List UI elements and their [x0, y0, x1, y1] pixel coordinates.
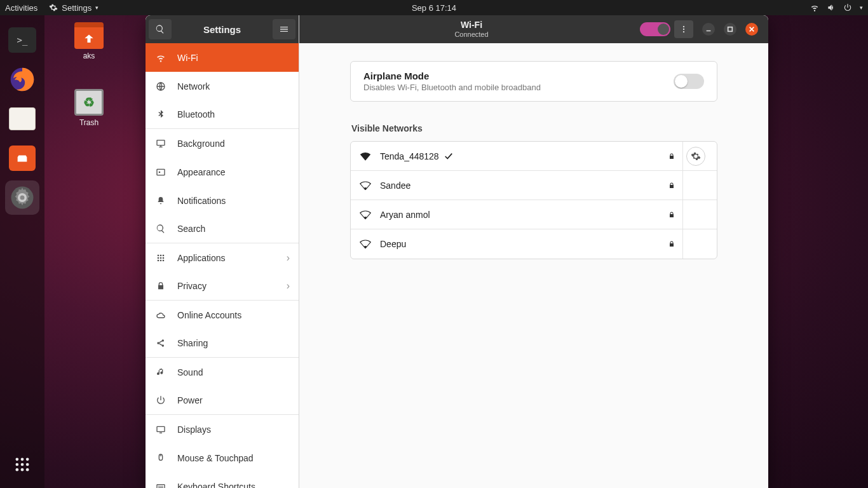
desktop-icon-label: aks	[67, 51, 111, 60]
header-menu-button[interactable]	[674, 20, 693, 38]
dock-software[interactable]	[5, 141, 39, 175]
dock-settings[interactable]	[5, 180, 39, 215]
desktop-folder-aks[interactable]: aks	[67, 22, 111, 60]
content-body: Airplane Mode Disables Wi-Fi, Bluetooth …	[299, 43, 768, 488]
terminal-icon: >_	[8, 27, 36, 53]
svg-point-31	[683, 29, 684, 30]
sidebar-item-mouse[interactable]: Mouse & Touchpad	[146, 444, 299, 472]
app-menu[interactable]: Settings ▾	[49, 3, 98, 13]
maximize-button[interactable]	[724, 23, 736, 36]
settings-sidebar: Settings Wi-Fi Network Bluetooth Backgro…	[146, 15, 299, 488]
bell-icon	[154, 194, 167, 207]
network-row[interactable]: Aryan anmol	[351, 200, 717, 229]
system-tray[interactable]: ▾	[810, 3, 863, 12]
lock-indicator	[661, 181, 682, 190]
sidebar-item-online-accounts[interactable]: Online Accounts	[146, 301, 299, 329]
network-name: Tenda_448128	[380, 151, 661, 161]
svg-point-22	[160, 259, 162, 261]
svg-point-16	[160, 254, 162, 256]
minimize-button[interactable]	[702, 23, 715, 36]
dock-terminal[interactable]: >_	[5, 23, 39, 57]
sidebar-item-background[interactable]: Background	[146, 129, 299, 158]
svg-point-20	[163, 257, 165, 259]
sidebar-item-network[interactable]: Network	[146, 72, 299, 100]
svg-point-7	[26, 463, 29, 466]
sidebar-item-label: Search	[177, 224, 205, 234]
mouse-icon	[154, 452, 167, 464]
sidebar-item-label: Network	[177, 81, 210, 92]
appearance-icon	[154, 166, 167, 179]
music-icon	[154, 366, 167, 379]
network-settings-cell	[682, 142, 708, 170]
dock-firefox[interactable]	[5, 62, 39, 97]
airplane-desc: Disables Wi-Fi, Bluetooth and mobile bro…	[363, 83, 674, 92]
network-name: Aryan anmol	[380, 210, 661, 220]
lock-indicator	[661, 240, 682, 248]
svg-point-17	[163, 254, 165, 256]
volume-icon	[827, 3, 836, 12]
sidebar-item-notifications[interactable]: Notifications	[146, 186, 299, 215]
wifi-master-toggle[interactable]	[640, 22, 670, 36]
settings-content: Wi-Fi Connected Airplane Mode Disables W…	[299, 15, 768, 488]
bluetooth-icon	[154, 108, 167, 121]
sidebar-item-wifi[interactable]: Wi-Fi	[146, 43, 299, 72]
sidebar-item-displays[interactable]: Displays	[146, 415, 299, 444]
sidebar-item-bluetooth[interactable]: Bluetooth	[146, 100, 299, 129]
kebab-icon	[679, 25, 688, 34]
sidebar-item-search[interactable]: Search	[146, 215, 299, 243]
svg-point-4	[26, 458, 29, 461]
ubuntu-dock: >_	[0, 15, 44, 488]
network-row[interactable]: Sandee	[351, 171, 717, 200]
sidebar-item-appearance[interactable]: Appearance	[146, 158, 299, 186]
sidebar-item-label: Mouse & Touchpad	[177, 453, 254, 463]
app-menu-label: Settings	[62, 3, 92, 13]
airplane-title: Airplane Mode	[363, 71, 674, 81]
lock-icon	[668, 240, 675, 248]
svg-point-18	[158, 257, 159, 259]
sidebar-list: Wi-Fi Network Bluetooth Background Appea…	[146, 43, 299, 488]
power-icon	[843, 3, 852, 12]
sidebar-item-sound[interactable]: Sound	[146, 358, 299, 386]
apps-grid-icon	[7, 449, 37, 480]
sidebar-item-label: Background	[177, 139, 225, 149]
lock-indicator	[661, 152, 682, 161]
lock-icon	[154, 280, 167, 292]
sidebar-item-keyboard[interactable]: Keyboard Shortcuts	[146, 472, 299, 488]
sidebar-item-privacy[interactable]: Privacy ›	[146, 272, 299, 301]
sidebar-title: Settings	[175, 24, 269, 35]
network-settings-cell	[682, 229, 708, 259]
window-controls	[702, 23, 758, 36]
desktop-trash[interactable]: ♻ Trash	[67, 89, 111, 127]
svg-point-10	[26, 468, 29, 471]
wifi-signal-low-icon	[360, 210, 371, 219]
sidebar-item-applications[interactable]: Applications ›	[146, 243, 299, 272]
sidebar-item-power[interactable]: Power	[146, 386, 299, 415]
sidebar-search-button[interactable]	[149, 19, 172, 39]
network-row[interactable]: Tenda_448128	[351, 142, 717, 171]
activities-button[interactable]: Activities	[5, 3, 37, 13]
sidebar-item-label: Notifications	[177, 196, 226, 206]
sidebar-menu-button[interactable]	[273, 19, 295, 39]
dock-show-apps[interactable]	[5, 447, 39, 482]
clock[interactable]: Sep 6 17:14	[412, 3, 456, 13]
wifi-icon	[154, 51, 167, 64]
lock-icon	[668, 210, 675, 219]
close-button[interactable]	[745, 23, 758, 36]
sidebar-item-label: Applications	[177, 253, 226, 263]
svg-point-6	[21, 463, 24, 466]
network-row[interactable]: Deepu	[351, 229, 717, 259]
wifi-signal-full-icon	[360, 152, 371, 161]
sidebar-item-label: Wi-Fi	[177, 53, 198, 63]
search-icon	[155, 24, 165, 34]
sidebar-item-sharing[interactable]: Sharing	[146, 329, 299, 358]
page-title: Wi-Fi	[303, 20, 640, 30]
globe-icon	[154, 80, 167, 93]
sidebar-item-label: Privacy	[177, 281, 207, 291]
sidebar-item-label: Displays	[177, 424, 211, 435]
displays-icon	[154, 423, 167, 436]
network-settings-button[interactable]	[686, 147, 705, 166]
wifi-icon	[810, 3, 819, 12]
airplane-toggle[interactable]	[674, 74, 704, 89]
svg-point-32	[683, 31, 684, 32]
dock-files[interactable]	[5, 102, 39, 136]
